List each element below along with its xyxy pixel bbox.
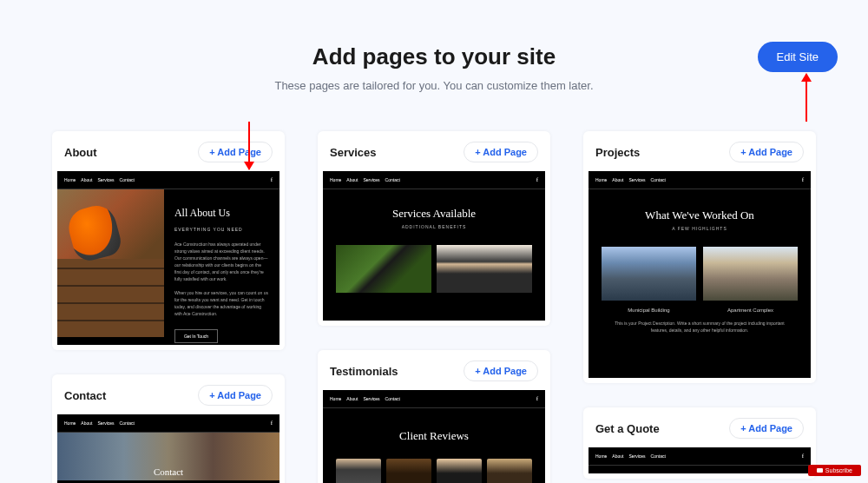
nav-home: Home — [64, 177, 76, 182]
nav-about: About — [81, 177, 92, 182]
nav-about: About — [612, 177, 623, 182]
nav-services: Services — [363, 396, 379, 401]
add-page-button-contact[interactable]: + Add Page — [198, 385, 273, 406]
page-cards-grid: About + Add Page Home About Services Con… — [0, 109, 868, 483]
testimonial-avatar-3 — [437, 459, 482, 483]
card-services[interactable]: Services + Add Page Home About Services … — [318, 131, 550, 326]
social-icon: f — [802, 176, 804, 183]
about-cta-button: Get In Touch — [174, 329, 218, 343]
preview-contact: Home About Services Contact f Contact — [57, 414, 279, 483]
card-quote[interactable]: Get a Quote + Add Page Home About Servic… — [583, 407, 816, 479]
projects-heading: What We've Worked On — [589, 208, 811, 222]
page-subtitle: These pages are tailored for you. You ca… — [0, 79, 868, 92]
about-para1: Ace Construction has always operated und… — [174, 241, 269, 282]
nav-about: About — [612, 453, 623, 459]
card-contact[interactable]: Contact + Add Page Home About Services C… — [52, 374, 285, 483]
about-para2: When you hire our services, you can coun… — [174, 289, 269, 317]
nav-services: Services — [97, 177, 114, 182]
preview-projects: Home About Services Contact f What We've… — [589, 171, 811, 378]
projects-description: This is your Project Description. Write … — [589, 320, 811, 334]
nav-home: Home — [64, 420, 76, 426]
nav-home: Home — [330, 177, 341, 182]
project-image-1 — [602, 247, 696, 301]
nav-contact: Contact — [120, 177, 135, 182]
social-icon: f — [802, 453, 804, 460]
testimonial-avatar-2 — [386, 459, 431, 483]
subscribe-label: Subscribe — [825, 467, 852, 473]
contact-heading: Contact — [57, 433, 279, 480]
add-page-button-projects[interactable]: + Add Page — [729, 142, 804, 162]
page-header: Add pages to your site These pages are t… — [0, 0, 868, 109]
card-title-quote: Get a Quote — [595, 422, 660, 435]
social-icon: f — [271, 420, 273, 427]
services-heading: Services Available — [323, 207, 545, 221]
nav-about: About — [346, 396, 358, 401]
add-page-button-services[interactable]: + Add Page — [464, 142, 538, 162]
about-heading: All About Us — [174, 207, 269, 220]
nav-home: Home — [595, 453, 607, 459]
nav-about: About — [81, 420, 92, 426]
add-page-button-about[interactable]: + Add Page — [198, 142, 273, 162]
nav-about: About — [346, 177, 358, 182]
nav-services: Services — [628, 453, 645, 459]
testimonial-avatar-4 — [487, 459, 532, 483]
testimonial-avatar-1 — [336, 459, 381, 483]
card-title-testimonials: Testimonials — [330, 365, 398, 378]
testimonials-heading: Client Reviews — [323, 429, 545, 443]
about-subheading: EVERYTHING YOU NEED — [174, 227, 269, 232]
preview-about: Home About Services Contact f All About … — [57, 171, 279, 345]
youtube-icon — [817, 468, 823, 473]
card-testimonials[interactable]: Testimonials + Add Page Home About Servi… — [318, 350, 550, 483]
add-page-button-quote[interactable]: + Add Page — [729, 418, 804, 439]
preview-testimonials: Home About Services Contact f Client Rev… — [323, 390, 545, 483]
card-about[interactable]: About + Add Page Home About Services Con… — [52, 131, 285, 350]
social-icon: f — [536, 395, 538, 402]
project-image-2 — [703, 247, 798, 301]
add-page-button-testimonials[interactable]: + Add Page — [464, 361, 538, 381]
nav-services: Services — [628, 177, 645, 182]
card-title-projects: Projects — [595, 146, 640, 159]
card-title-about: About — [64, 146, 97, 159]
project-caption-1: Municipal Building — [602, 308, 696, 313]
card-title-services: Services — [330, 146, 377, 159]
nav-services: Services — [363, 177, 379, 182]
nav-contact: Contact — [651, 453, 666, 459]
nav-contact: Contact — [651, 177, 666, 182]
nav-services: Services — [97, 420, 114, 426]
subscribe-badge[interactable]: Subscribe — [808, 465, 861, 476]
projects-subheading: A FEW HIGHLIGHTS — [589, 226, 811, 231]
services-image-2 — [437, 245, 532, 293]
about-image — [57, 189, 164, 337]
services-image-1 — [336, 245, 431, 293]
nav-contact: Contact — [385, 177, 400, 182]
nav-contact: Contact — [120, 420, 135, 426]
page-title: Add pages to your site — [0, 43, 868, 70]
services-subheading: ADDITIONAL BENEFITS — [323, 224, 545, 229]
edit-site-button[interactable]: Edit Site — [758, 42, 838, 72]
preview-quote: Home About Services Contact f — [589, 447, 811, 473]
social-icon: f — [271, 176, 273, 183]
nav-contact: Contact — [385, 396, 400, 401]
card-projects[interactable]: Projects + Add Page Home About Services … — [583, 131, 816, 383]
project-caption-2: Apartment Complex — [703, 308, 798, 313]
preview-services: Home About Services Contact f Services A… — [323, 171, 545, 321]
nav-home: Home — [330, 396, 341, 401]
nav-home: Home — [595, 177, 607, 182]
social-icon: f — [536, 176, 538, 183]
card-title-contact: Contact — [64, 389, 106, 402]
